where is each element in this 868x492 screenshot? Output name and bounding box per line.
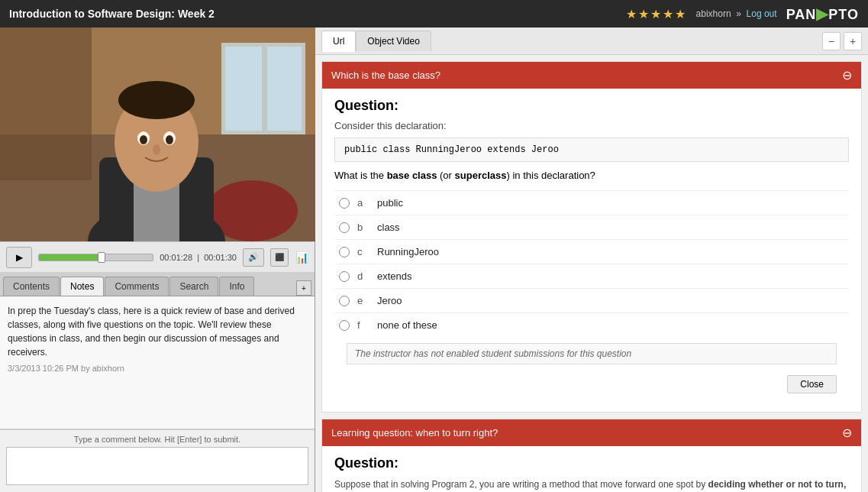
option-row-a: a public xyxy=(334,190,849,215)
app-logo: PAN▶PTO xyxy=(786,5,859,23)
zoom-controls: − + xyxy=(822,32,862,50)
header-right: ★★★★★ abixhorn » Log out PAN▶PTO xyxy=(626,5,859,23)
collapse-icon-2[interactable]: ⊖ xyxy=(842,426,852,440)
tab-search[interactable]: Search xyxy=(169,277,218,296)
tab-info[interactable]: Info xyxy=(219,277,254,296)
comment-input[interactable] xyxy=(6,447,308,485)
question-header-2: Learning question: when to turn right? ⊖ xyxy=(322,419,861,446)
question-title-2: Question: xyxy=(334,455,849,471)
right-panel: Url Object Video − + Which is the base c… xyxy=(315,28,868,492)
option-text-c: RunningJeroo xyxy=(377,246,439,257)
option-row-b: b class xyxy=(334,215,849,239)
option-row-f: f none of these xyxy=(334,312,849,337)
zoom-in-button[interactable]: + xyxy=(844,32,862,50)
question-prompt-1: Consider this declaration: xyxy=(334,120,849,131)
app-header: Introduction to Software Design: Week 2 … xyxy=(0,0,868,28)
comment-area: Type a comment below. Hit [Enter] to sub… xyxy=(0,429,315,492)
option-radio-f[interactable] xyxy=(339,320,350,331)
option-label-d: d xyxy=(357,270,369,282)
video-placeholder xyxy=(0,28,315,241)
person-silhouette xyxy=(0,28,315,241)
notes-text: In prep the Tuesday's class, here is a q… xyxy=(8,304,307,359)
tab-bar: Contents Notes Comments Search Info + xyxy=(0,272,315,296)
url-bar: Url Object Video − + xyxy=(315,28,868,55)
progress-bar[interactable] xyxy=(38,254,153,261)
svg-point-14 xyxy=(140,135,147,144)
tab-notes[interactable]: Notes xyxy=(60,277,104,296)
expand-button[interactable]: + xyxy=(296,280,311,296)
left-panel: ▶ 00:01:28 | 00:01:30 🔊 ⬛ 📊 Contents Not… xyxy=(0,28,315,492)
option-label-b: b xyxy=(357,222,369,233)
logout-link[interactable]: Log out xyxy=(747,8,777,19)
logo-suffix: PTO xyxy=(828,7,859,22)
question-block-2: Learning question: when to turn right? ⊖… xyxy=(321,419,862,492)
option-text-a: public xyxy=(377,197,403,209)
question-body-1: Question: Consider this declaration: pub… xyxy=(322,89,861,412)
option-label-c: c xyxy=(357,246,369,257)
option-radio-e[interactable] xyxy=(339,296,350,306)
object-video-tab[interactable]: Object Video xyxy=(356,31,431,51)
close-btn-row-1: Close xyxy=(334,371,849,403)
app-title: Introduction to Software Design: Week 2 xyxy=(9,8,215,20)
question-title-1: Question: xyxy=(334,98,849,114)
tab-contents[interactable]: Contents xyxy=(3,277,60,296)
collapse-icon-1[interactable]: ⊖ xyxy=(842,68,852,83)
comment-hint: Type a comment below. Hit [Enter] to sub… xyxy=(6,435,308,444)
volume-button[interactable]: 🔊 xyxy=(243,248,264,267)
option-row-e: e Jeroo xyxy=(334,288,849,312)
option-radio-b[interactable] xyxy=(339,222,350,233)
question-text-1: What is the base class (or superclass) i… xyxy=(334,170,849,181)
zoom-out-button[interactable]: − xyxy=(822,32,841,50)
main-layout: ▶ 00:01:28 | 00:01:30 🔊 ⬛ 📊 Contents Not… xyxy=(0,28,868,492)
play-button[interactable]: ▶ xyxy=(6,247,32,268)
svg-point-16 xyxy=(153,144,160,155)
username: abixhorn xyxy=(696,8,731,19)
option-text-b: class xyxy=(377,222,400,233)
question-header-text-2: Learning question: when to turn right? xyxy=(331,427,498,439)
logo-text: PAN xyxy=(786,7,817,22)
svg-point-11 xyxy=(118,81,195,119)
content-area: Which is the base class? ⊖ Question: Con… xyxy=(315,55,868,492)
option-label-a: a xyxy=(357,197,369,209)
option-text-f: none of these xyxy=(377,319,437,331)
video-controls: ▶ 00:01:28 | 00:01:30 🔊 ⬛ 📊 xyxy=(0,241,315,272)
url-tab[interactable]: Url xyxy=(321,31,356,52)
progress-handle[interactable] xyxy=(98,252,105,263)
option-radio-a[interactable] xyxy=(339,198,350,209)
time-display: 00:01:28 | 00:01:30 xyxy=(160,253,237,262)
svg-rect-4 xyxy=(267,47,302,131)
question-block-1: Which is the base class? ⊖ Question: Con… xyxy=(321,61,862,413)
svg-rect-3 xyxy=(225,47,262,131)
question-body-2: Question: Suppose that in solving Progra… xyxy=(322,446,861,492)
code-block-1: public class RunningJeroo extends Jeroo xyxy=(334,138,849,162)
logo-arrow-icon: ▶ xyxy=(816,5,828,22)
option-text-e: Jeroo xyxy=(377,295,402,306)
option-row-c: c RunningJeroo xyxy=(334,239,849,264)
option-label-e: e xyxy=(357,295,369,306)
question-header-1: Which is the base class? ⊖ xyxy=(322,62,861,89)
stats-icon[interactable]: 📊 xyxy=(295,251,308,264)
option-radio-c[interactable] xyxy=(339,247,350,257)
question-header-text-1: Which is the base class? xyxy=(331,70,440,81)
progress-fill xyxy=(39,254,102,261)
user-info: abixhorn » Log out xyxy=(696,8,777,19)
svg-point-15 xyxy=(166,135,173,144)
close-button-1[interactable]: Close xyxy=(787,375,837,393)
option-text-d: extends xyxy=(377,270,412,282)
notes-meta: 3/3/2013 10:26 PM by abixhorn xyxy=(8,364,307,373)
question-prompt-2: Suppose that in solving Program 2, you a… xyxy=(334,477,849,492)
tab-comments[interactable]: Comments xyxy=(105,277,169,296)
notes-area: In prep the Tuesday's class, here is a q… xyxy=(0,296,315,429)
star-rating[interactable]: ★★★★★ xyxy=(626,7,687,21)
submission-note-1: The instructor has not enabled student s… xyxy=(347,343,837,364)
option-row-d: d extends xyxy=(334,264,849,288)
option-label-f: f xyxy=(357,319,369,331)
resize-button[interactable]: ⬛ xyxy=(270,248,289,267)
option-radio-d[interactable] xyxy=(339,271,350,282)
time-current: 00:01:28 xyxy=(160,253,192,262)
time-total: 00:01:30 xyxy=(204,253,237,262)
svg-rect-5 xyxy=(0,28,92,180)
video-area xyxy=(0,28,315,241)
